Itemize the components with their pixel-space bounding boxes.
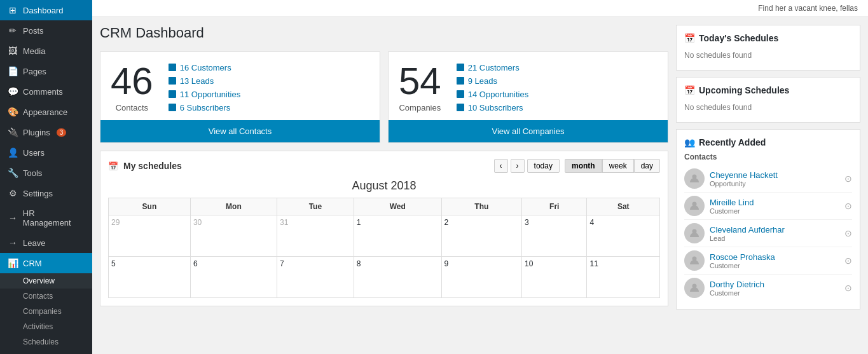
recent-contact-action-icon[interactable]: ⊙ — [844, 283, 852, 293]
recent-contact-action-icon[interactable]: ⊙ — [844, 201, 852, 211]
sidebar-item-label: Comments — [23, 87, 63, 97]
today-button[interactable]: today — [527, 159, 560, 173]
calendar-cell[interactable]: 9 — [441, 257, 521, 298]
sidebar-item-plugins[interactable]: 🔌 Plugins 3 — [0, 122, 92, 142]
sidebar: ⊞ Dashboard ✏ Posts 🖼 Media 📄 Pages 💬 Co… — [0, 0, 92, 354]
sidebar-sub-companies[interactable]: Companies — [0, 304, 92, 319]
companies-label: Companies — [399, 103, 441, 112]
sidebar-item-dashboard[interactable]: ⊞ Dashboard — [0, 0, 92, 20]
calendar-nav: ‹ › today — [494, 159, 560, 173]
calendar-cell[interactable]: 1 — [354, 215, 441, 257]
contacts-number-block: 46 Contacts — [111, 62, 153, 112]
calendar-controls: ‹ › today month week day — [494, 159, 660, 173]
sidebar-sub-schedules[interactable]: Schedules — [0, 334, 92, 350]
recent-contact-action-icon[interactable]: ⊙ — [844, 255, 852, 266]
calendar-cell[interactable]: 8 — [354, 257, 441, 298]
sidebar-item-comments[interactable]: 💬 Comments — [0, 81, 92, 102]
recent-contact-name[interactable]: Mireille Lind — [710, 198, 839, 207]
calendar-table: Sun Mon Tue Wed Thu Fri Sat 293031123456… — [108, 198, 660, 298]
calendar-cell[interactable]: 30 — [190, 215, 277, 257]
sidebar-item-posts[interactable]: ✏ Posts — [0, 20, 92, 41]
calendar-section-title: My schedules — [123, 161, 182, 171]
sidebar-item-label: Posts — [23, 26, 44, 36]
contacts-card: 46 Contacts 16 Customers 13 Leads — [100, 51, 380, 143]
companies-leads-link[interactable]: 9 Leads — [457, 76, 528, 86]
view-buttons: month week day — [565, 159, 660, 173]
calendar-cell[interactable]: 4 — [587, 215, 660, 257]
recent-contact-type: Opportunity — [710, 180, 839, 187]
companies-subscribers-link[interactable]: 10 Subscribers — [457, 103, 528, 112]
recent-contact-info: Roscoe Prohaska Customer — [710, 252, 839, 269]
sidebar-item-settings[interactable]: ⚙ Settings — [0, 183, 92, 203]
sidebar-sub-contacts[interactable]: Contacts — [0, 289, 92, 304]
companies-opportunities-link[interactable]: 14 Opportunities — [457, 90, 528, 99]
recent-contact-action-icon[interactable]: ⊙ — [844, 228, 852, 238]
companies-customers-text: 21 Customers — [468, 63, 520, 72]
recent-contact-name[interactable]: Dorthy Dietrich — [710, 280, 839, 289]
companies-number: 54 — [399, 62, 441, 100]
contacts-customers-link[interactable]: 16 Customers — [169, 63, 240, 72]
sidebar-item-crm[interactable]: 📊 CRM — [0, 253, 92, 273]
contacts-leads-text: 13 Leads — [180, 76, 214, 86]
sidebar-item-label: Leave — [23, 238, 45, 248]
stats-row: 46 Contacts 16 Customers 13 Leads — [100, 51, 668, 143]
recent-contact-name[interactable]: Cheyenne Hackett — [710, 170, 839, 180]
upcoming-schedules-card: 📅 Upcoming Schedules No schedules found — [676, 77, 860, 123]
sidebar-item-tools[interactable]: 🔧 Tools — [0, 163, 92, 183]
recent-contact-type: Lead — [710, 235, 839, 242]
sidebar-item-media[interactable]: 🖼 Media — [0, 41, 92, 61]
companies-details: 21 Customers 9 Leads 14 Opportunities — [457, 63, 528, 112]
contacts-opportunities-text: 11 Opportunities — [180, 90, 240, 99]
topbar-notice: Find her a vacant knee, fellas — [758, 4, 858, 13]
calendar-cell[interactable]: 7 — [277, 257, 354, 298]
calendar-cell[interactable]: 10 — [522, 257, 587, 298]
main-area: Find her a vacant knee, fellas CRM Dashb… — [92, 0, 868, 354]
month-view-button[interactable]: month — [565, 159, 602, 173]
companies-customers-link[interactable]: 21 Customers — [457, 63, 528, 72]
recently-added-card: 👥 Recently Added Contacts Cheyenne Hacke… — [676, 129, 860, 310]
recent-contact-type: Customer — [710, 262, 839, 269]
calendar-cell[interactable]: 5 — [109, 257, 191, 298]
sidebar-item-pages[interactable]: 📄 Pages — [0, 61, 92, 81]
customers-dot — [169, 64, 176, 71]
calendar-cell[interactable]: 3 — [522, 215, 587, 257]
calendar-section: 📅 My schedules ‹ › today month week day — [100, 151, 668, 306]
contacts-subscribers-link[interactable]: 6 Subscribers — [169, 103, 240, 112]
dashboard-icon: ⊞ — [8, 5, 18, 15]
plugins-icon: 🔌 — [8, 127, 18, 137]
recent-contact-item: Mireille Lind Customer ⊙ — [684, 193, 852, 220]
view-all-contacts-button[interactable]: View all Contacts — [100, 120, 380, 142]
calendar-cell[interactable]: 2 — [441, 215, 521, 257]
view-all-companies-button[interactable]: View all Companies — [389, 120, 668, 142]
recent-contact-item: Roscoe Prohaska Customer ⊙ — [684, 247, 852, 275]
contacts-opportunities-link[interactable]: 11 Opportunities — [169, 90, 240, 99]
companies-number-block: 54 Companies — [399, 62, 441, 112]
co-leads-dot — [457, 77, 464, 85]
prev-month-button[interactable]: ‹ — [494, 159, 508, 173]
contacts-leads-link[interactable]: 13 Leads — [169, 76, 240, 86]
week-view-button[interactable]: week — [602, 159, 634, 173]
plugins-badge: 3 — [57, 128, 67, 137]
sidebar-sub-overview[interactable]: Overview — [0, 273, 92, 289]
subscribers-dot — [169, 104, 176, 111]
posts-icon: ✏ — [8, 25, 18, 36]
next-month-button[interactable]: › — [511, 159, 525, 173]
sidebar-item-appearance[interactable]: 🎨 Appearance — [0, 102, 92, 122]
hr-icon: → — [8, 213, 18, 223]
calendar-cell[interactable]: 6 — [190, 257, 277, 298]
sidebar-item-users[interactable]: 👤 Users — [0, 142, 92, 163]
recent-contact-action-icon[interactable]: ⊙ — [844, 174, 852, 184]
day-header-tue: Tue — [277, 198, 354, 215]
sidebar-sub-activities[interactable]: Activities — [0, 319, 92, 334]
recent-contact-name[interactable]: Roscoe Prohaska — [710, 252, 839, 262]
sidebar-item-hr[interactable]: → HR Management — [0, 203, 92, 233]
calendar-cell[interactable]: 31 — [277, 215, 354, 257]
recent-contact-info: Cleveland Aufderhar Lead — [710, 225, 839, 242]
upcoming-schedule-icon: 📅 — [684, 85, 695, 95]
recent-contact-name[interactable]: Cleveland Aufderhar — [710, 225, 839, 235]
day-view-button[interactable]: day — [634, 159, 660, 173]
calendar-cell[interactable]: 11 — [587, 257, 660, 298]
sidebar-item-leave[interactable]: → Leave — [0, 233, 92, 253]
calendar-cell[interactable]: 29 — [109, 215, 191, 257]
settings-icon: ⚙ — [8, 188, 18, 198]
